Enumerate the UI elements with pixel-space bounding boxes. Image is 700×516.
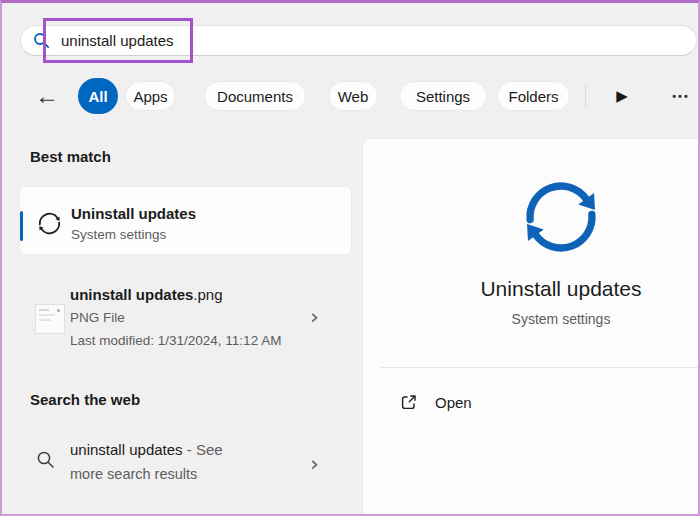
tab-web[interactable]: Web [328, 81, 378, 111]
chevron-right-icon[interactable]: › [310, 453, 319, 475]
overflow-menu-button[interactable]: ••• [664, 81, 698, 111]
web-result-see: - See [183, 441, 223, 458]
tab-documents[interactable]: Documents [204, 81, 306, 111]
tab-label: All [88, 88, 107, 105]
best-match-subtitle: System settings [71, 227, 166, 242]
file-name: uninstall updates.png [70, 286, 223, 303]
web-search-result-row[interactable]: uninstall updates - See more search resu… [19, 435, 352, 491]
tab-label: Settings [416, 88, 470, 105]
tab-all[interactable]: All [78, 78, 118, 114]
preview-panel: Uninstall updates System settings Open [362, 138, 700, 516]
tab-folders[interactable]: Folders [497, 81, 570, 111]
search-window: uninstall updates ← All Apps Documents W… [0, 0, 700, 516]
best-match-title: Uninstall updates [71, 205, 196, 222]
selection-accent-bar [20, 211, 23, 241]
search-input[interactable]: uninstall updates [20, 25, 697, 56]
file-type: PNG File [70, 310, 125, 325]
divider [381, 367, 700, 368]
sync-icon-large [518, 174, 604, 260]
tab-label: Folders [508, 88, 558, 105]
best-match-header: Best match [30, 148, 111, 165]
open-button-label: Open [435, 394, 472, 411]
back-button[interactable]: ← [32, 78, 62, 114]
web-result-more: more search results [70, 466, 197, 482]
preview-title: Uninstall updates [363, 277, 700, 301]
file-name-extension: .png [193, 286, 222, 303]
tab-separator [585, 84, 586, 108]
play-icon: ▶ [616, 87, 628, 105]
tab-label: Web [338, 88, 369, 105]
web-result-text: uninstall updates - See [70, 441, 223, 458]
more-filters-button[interactable]: ▶ [606, 81, 638, 111]
tab-settings[interactable]: Settings [399, 81, 487, 111]
open-button[interactable]: Open [381, 382, 700, 422]
file-modified-date: Last modified: 1/31/2024, 11:12 AM [70, 333, 281, 348]
tab-label: Documents [217, 88, 293, 105]
tab-label: Apps [133, 88, 167, 105]
preview-subtitle: System settings [363, 311, 700, 327]
web-result-query: uninstall updates [70, 441, 183, 458]
arrow-left-icon: ← [35, 82, 59, 110]
search-icon [36, 450, 56, 470]
ellipsis-icon: ••• [672, 90, 690, 102]
sync-icon [36, 210, 63, 237]
tab-apps[interactable]: Apps [125, 81, 176, 111]
search-query-text[interactable]: uninstall updates [61, 32, 174, 49]
search-icon [33, 32, 50, 49]
chevron-right-icon[interactable]: › [310, 306, 319, 328]
best-match-result[interactable]: Uninstall updates System settings [19, 186, 352, 255]
file-result-row[interactable]: uninstall updates.png PNG File Last modi… [19, 281, 352, 359]
open-external-icon [399, 393, 418, 412]
file-thumbnail [35, 304, 65, 334]
file-name-base: uninstall updates [70, 286, 193, 303]
search-web-header: Search the web [30, 391, 140, 408]
